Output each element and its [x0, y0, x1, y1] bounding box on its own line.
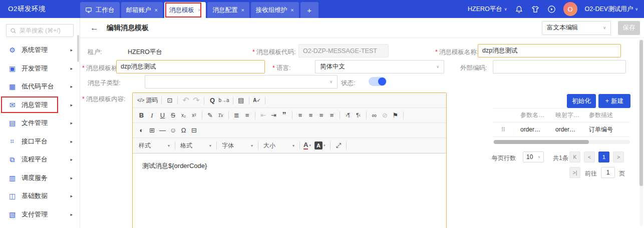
ordered-list-icon[interactable]: ≣: [231, 110, 242, 121]
scrollbar-thumb[interactable]: [639, 40, 643, 186]
copy-format-icon[interactable]: ✎: [205, 110, 215, 121]
tab-label: 消息配置: [212, 6, 237, 14]
table-header-row: 参数名… 映射字… 参数描述: [493, 108, 630, 122]
table-row[interactable]: ⠿ order… order… 订单编号: [493, 122, 630, 137]
goto-page-input[interactable]: [601, 167, 615, 178]
tenant-value: HZERO平台: [128, 48, 162, 56]
rtl-icon[interactable]: ¶‹: [353, 110, 364, 121]
sidebar-item-file-mgmt[interactable]: ▤ 文件管理 ▸: [0, 114, 80, 132]
template-title-input[interactable]: [116, 60, 265, 74]
table-icon[interactable]: ⊞: [147, 125, 157, 136]
last-page-button[interactable]: >|: [569, 167, 580, 178]
smiley-icon[interactable]: ☺: [168, 125, 178, 136]
format-dropdown[interactable]: 格式▾: [178, 140, 214, 151]
link-icon[interactable]: ∞: [369, 110, 380, 121]
page-size-select[interactable]: 10 ∨: [523, 152, 544, 162]
ltr-icon[interactable]: ›¶: [343, 110, 353, 121]
sidebar-item-lowcode[interactable]: ▦ 低代码平台 ▸: [0, 78, 80, 96]
tab-message-template[interactable]: 消息模板 ×: [164, 2, 206, 18]
sidebar-item-payment-mgmt[interactable]: ▧ 支付管理 ▸: [0, 206, 80, 224]
underline-icon[interactable]: U: [157, 110, 168, 121]
page-break-icon[interactable]: ⊟: [189, 125, 199, 136]
shirt-icon[interactable]: [531, 5, 540, 14]
close-icon[interactable]: ×: [290, 7, 293, 13]
first-page-button[interactable]: K: [569, 152, 580, 162]
drag-handle-icon[interactable]: ⠿: [493, 126, 520, 133]
status-toggle[interactable]: [369, 77, 387, 86]
subtype-select[interactable]: ∨: [145, 75, 338, 88]
horizontal-rule-icon[interactable]: —: [157, 125, 168, 136]
save-button[interactable]: 保存: [618, 21, 640, 35]
find-icon[interactable]: Q: [207, 95, 217, 106]
new-tab-button[interactable]: +: [300, 2, 318, 18]
workbench-icon: [85, 6, 92, 14]
strikethrough-icon[interactable]: S: [168, 110, 178, 121]
close-icon[interactable]: ×: [198, 7, 201, 13]
language-select[interactable]: 简体中文 ∨: [315, 60, 444, 74]
spellcheck-icon[interactable]: A✓: [252, 95, 262, 106]
align-justify-icon[interactable]: ≡: [327, 110, 337, 121]
align-left-icon[interactable]: ≡: [295, 110, 305, 121]
italic-icon[interactable]: I: [147, 110, 157, 121]
bg-color-icon[interactable]: A▾: [313, 140, 328, 151]
calendar-icon: ▥: [8, 174, 17, 182]
maximize-icon[interactable]: ⤢: [333, 140, 344, 151]
sidebar-item-scheduler[interactable]: ▥ 调度服务 ▸: [0, 169, 80, 188]
align-right-icon[interactable]: ≡: [316, 110, 327, 121]
superscript-icon[interactable]: x²: [189, 110, 199, 121]
align-center-icon[interactable]: ≡: [305, 110, 316, 121]
tab-receiver-group[interactable]: 接收组维护 ×: [251, 2, 299, 18]
menu-search-input[interactable]: [20, 27, 70, 34]
text-color-icon[interactable]: A▾: [302, 140, 313, 151]
sidebar-item-label: 开发管理: [22, 64, 48, 73]
folder-icon: ▤: [8, 119, 17, 127]
sidebar-item-workflow[interactable]: ⧉ 流程平台 ▸: [0, 150, 80, 169]
editor-mode-select[interactable]: 富文本编辑 ∨: [542, 21, 611, 35]
back-arrow-icon[interactable]: ←: [90, 24, 99, 32]
indent-icon[interactable]: ⇥: [268, 110, 279, 121]
template-name-input[interactable]: [478, 44, 621, 58]
replace-icon[interactable]: b→a: [217, 95, 230, 106]
blockquote-icon[interactable]: ”: [279, 110, 289, 121]
tab-mail-account[interactable]: 邮箱账户 ×: [121, 2, 163, 18]
init-button[interactable]: 初始化: [567, 94, 596, 108]
create-button[interactable]: +新建: [598, 94, 630, 108]
avatar[interactable]: O: [563, 2, 577, 16]
size-dropdown[interactable]: 大小▾: [261, 140, 297, 151]
select-all-icon[interactable]: ▤: [236, 95, 246, 106]
tab-workbench[interactable]: 工作台: [80, 2, 120, 18]
sidebar-item-message-mgmt[interactable]: ✉ 消息管理 ▸: [0, 96, 80, 114]
tab-message-config[interactable]: 消息配置 ×: [207, 2, 249, 18]
prev-page-button[interactable]: <: [584, 152, 595, 162]
glyph: </>: [137, 98, 144, 103]
play-circle-icon[interactable]: [547, 5, 556, 14]
editor-mode-value: 富文本编辑: [547, 24, 578, 32]
sidebar-scrollbar[interactable]: [77, 35, 79, 62]
user-menu[interactable]: O2-DEV测试用户 ∨: [585, 5, 638, 14]
subscript-icon[interactable]: x₂: [178, 110, 189, 121]
sidebar-item-system-mgmt[interactable]: ⚙ 系统管理 ▸: [0, 41, 80, 60]
bullet-list-icon[interactable]: ≡: [242, 110, 252, 121]
anchor-flag-icon[interactable]: ⚑: [390, 110, 401, 121]
source-icon[interactable]: </>源码: [136, 95, 159, 106]
page-number-button[interactable]: 1: [598, 152, 609, 162]
remove-format-icon[interactable]: Tx: [215, 110, 226, 121]
tenant-switcher[interactable]: HZERO平台 ∨: [468, 5, 507, 14]
sidebar-item-base-data[interactable]: ◫ 基础数据 ▸: [0, 187, 80, 206]
close-icon[interactable]: ×: [155, 7, 158, 13]
bell-icon[interactable]: [515, 5, 523, 14]
close-icon[interactable]: ×: [241, 7, 244, 13]
font-dropdown[interactable]: 字体▾: [219, 140, 255, 151]
editor-content[interactable]: 测试消息${orderCode}: [133, 154, 446, 178]
sidebar-item-api-platform[interactable]: ⌗ 接口平台 ▸: [0, 132, 80, 151]
next-page-button[interactable]: >: [613, 152, 624, 162]
preview-icon[interactable]: ⊡: [164, 95, 175, 106]
bold-icon[interactable]: B: [136, 110, 147, 121]
special-char-icon[interactable]: Ω: [178, 125, 189, 136]
scrollbar-thumb[interactable]: [494, 140, 589, 144]
style-dropdown[interactable]: 样式▾: [136, 140, 172, 151]
required-mark: *: [82, 96, 85, 102]
external-code-input[interactable]: [493, 60, 626, 74]
sidebar-item-dev-mgmt[interactable]: ▣ 开发管理 ▸: [0, 60, 80, 78]
flash-icon[interactable]: ◐: [136, 125, 147, 136]
